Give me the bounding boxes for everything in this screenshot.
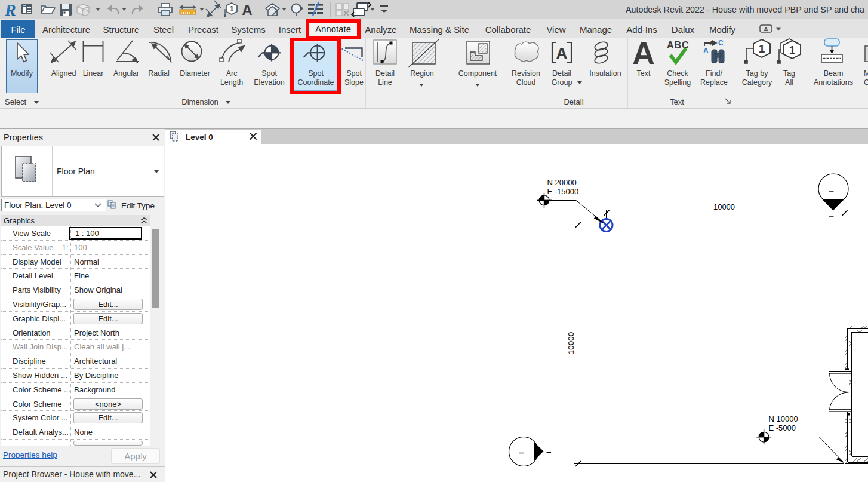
svg-text:A: A xyxy=(709,39,714,47)
svg-text:R: R xyxy=(4,1,16,19)
svg-text:A: A xyxy=(632,38,655,70)
svg-text:1: 1 xyxy=(759,42,765,55)
svg-text:1: 1 xyxy=(789,44,796,56)
svg-text:A: A xyxy=(556,44,568,62)
svg-text:A: A xyxy=(242,2,252,18)
svg-text:A: A xyxy=(703,47,709,55)
svg-text:1: 1 xyxy=(229,4,233,13)
svg-text:C: C xyxy=(718,39,724,47)
